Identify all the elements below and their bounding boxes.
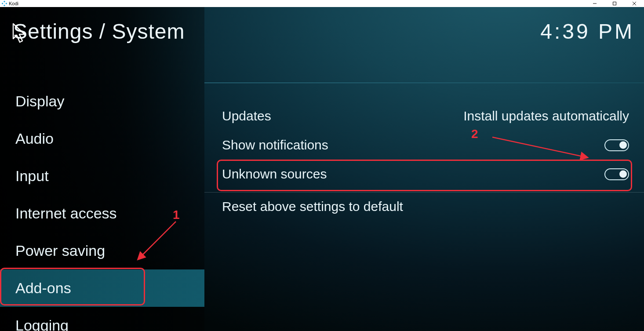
app-body: Settings / System 4:39 PM Display Audio … [0,7,644,331]
setting-row-reset-defaults[interactable]: Reset above settings to default [204,192,644,221]
setting-label: Unknown sources [222,167,327,182]
header-divider [204,83,644,83]
sidebar-item-label: Audio [15,130,54,147]
minimize-button[interactable] [585,0,604,7]
window-system-buttons [585,0,644,7]
toggle-unknown-sources[interactable] [604,168,629,180]
setting-label: Updates [222,109,271,124]
sidebar-item-label: Power saving [15,242,105,259]
settings-category-sidebar: Display Audio Input Internet access Powe… [0,83,204,331]
clock: 4:39 PM [540,19,634,44]
sidebar-item-label: Add-ons [15,280,71,297]
svg-rect-5 [613,2,616,5]
window-titlebar: Kodi [0,0,644,7]
setting-label: Reset above settings to default [222,199,403,214]
window-title: Kodi [9,1,18,6]
maximize-button[interactable] [604,0,624,7]
settings-divider [204,192,644,193]
settings-panel: Updates Install updates automatically Sh… [204,102,644,221]
setting-value: Install updates automatically [463,109,629,124]
sidebar-item-audio[interactable]: Audio [0,120,204,157]
svg-rect-1 [2,3,4,4]
app-icon [2,1,7,6]
setting-row-updates[interactable]: Updates Install updates automatically [204,102,644,131]
toggle-knob [619,142,627,149]
sidebar-item-label: Internet access [15,205,117,222]
toggle-show-notifications[interactable] [604,139,629,151]
sidebar-item-internet-access[interactable]: Internet access [0,195,204,232]
setting-row-show-notifications[interactable]: Show notifications [204,131,644,160]
svg-rect-3 [4,4,5,6]
svg-rect-0 [4,1,5,3]
svg-rect-2 [5,3,7,4]
sidebar-item-logging[interactable]: Logging [0,307,204,331]
sidebar-item-label: Display [15,93,64,110]
breadcrumb: Settings / System [13,19,185,44]
sidebar-item-input[interactable]: Input [0,157,204,195]
toggle-knob [619,171,627,178]
sidebar-item-label: Input [15,167,49,185]
sidebar-item-add-ons[interactable]: Add-ons [0,269,204,307]
sidebar-item-power-saving[interactable]: Power saving [0,232,204,269]
sidebar-item-display[interactable]: Display [0,83,204,120]
sidebar-item-label: Logging [15,317,69,331]
setting-row-unknown-sources[interactable]: Unknown sources [204,160,644,189]
setting-label: Show notifications [222,138,328,153]
close-button[interactable] [624,0,644,7]
